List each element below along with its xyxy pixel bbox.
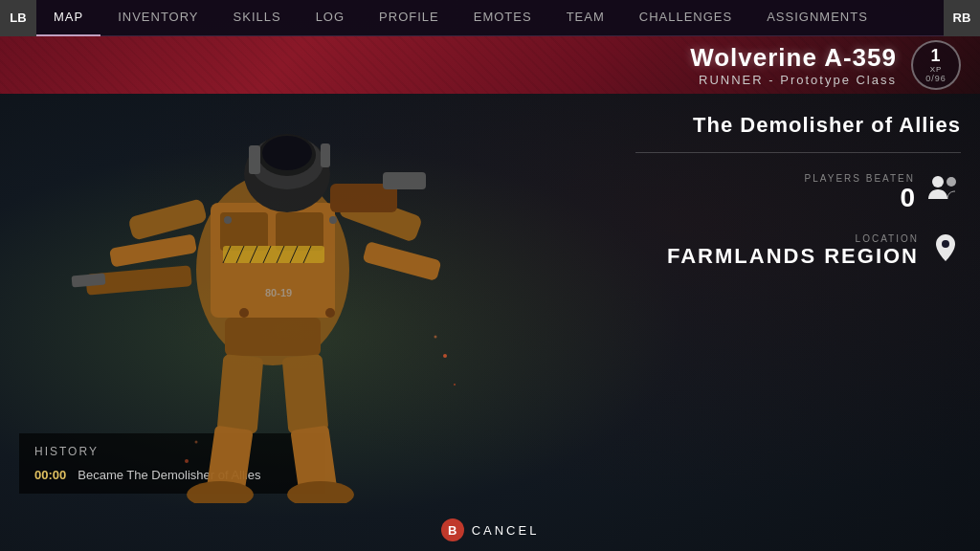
svg-point-36 xyxy=(325,308,335,318)
nav-items: MAP INVENTORY SKILLS LOG PROFILE EMOTES … xyxy=(36,0,944,36)
svg-rect-8 xyxy=(249,145,260,174)
cancel-label: CANCEL xyxy=(472,523,540,538)
main-content: 80-19 The Demolisher of Allies PLAYERS B… xyxy=(0,94,980,551)
mech-name: Wolverine A-359 xyxy=(690,43,897,73)
nav-item-emotes[interactable]: EMOTES xyxy=(457,0,549,36)
nav-item-inventory[interactable]: INVENTORY xyxy=(100,0,215,36)
right-panel: The Demolisher of Allies PLAYERS BEATEN … xyxy=(635,113,961,270)
location-icon xyxy=(930,232,961,270)
svg-point-35 xyxy=(239,308,249,318)
svg-rect-25 xyxy=(223,246,324,263)
mech-artwork: 80-19 xyxy=(43,75,541,503)
svg-rect-3 xyxy=(276,212,323,251)
nav-item-map[interactable]: MAP xyxy=(36,0,100,36)
svg-rect-10 xyxy=(127,198,208,241)
title-section: The Demolisher of Allies xyxy=(635,113,961,153)
xp-label: XP xyxy=(930,65,943,74)
svg-point-44 xyxy=(947,177,956,187)
svg-point-24 xyxy=(287,481,354,503)
svg-rect-17 xyxy=(383,172,426,189)
svg-point-43 xyxy=(932,176,944,187)
players-icon xyxy=(926,172,961,213)
svg-rect-9 xyxy=(321,143,330,167)
nav-bar: LB MAP INVENTORY SKILLS LOG PROFILE EMOT… xyxy=(0,0,980,36)
svg-text:80-19: 80-19 xyxy=(265,287,292,298)
mech-info: Wolverine A-359 RUNNER - Prototype Class… xyxy=(690,40,961,90)
location-row: LOCATION FARMLANDS REGION xyxy=(635,232,961,270)
players-beaten-label: PLAYERS BEATEN xyxy=(805,173,915,184)
svg-point-38 xyxy=(434,336,437,339)
nav-item-log[interactable]: LOG xyxy=(299,0,362,36)
location-block: LOCATION FARMLANDS REGION xyxy=(667,233,919,269)
svg-point-7 xyxy=(262,136,312,170)
cancel-bar: B CANCEL xyxy=(0,509,980,551)
nav-item-skills[interactable]: SKILLS xyxy=(216,0,299,36)
xp-count: 0/96 xyxy=(925,74,947,83)
stats-row: PLAYERS BEATEN 0 xyxy=(635,172,961,213)
location-label: LOCATION xyxy=(667,233,919,244)
nav-item-assignments[interactable]: ASSIGNMENTS xyxy=(749,0,885,36)
players-beaten-block: PLAYERS BEATEN 0 xyxy=(805,173,915,213)
svg-point-33 xyxy=(224,216,232,224)
location-value: FARMLANDS REGION xyxy=(667,244,919,269)
svg-rect-19 xyxy=(217,354,264,433)
lb-button[interactable]: LB xyxy=(0,0,36,36)
b-button-icon[interactable]: B xyxy=(441,518,464,541)
nav-item-profile[interactable]: PROFILE xyxy=(362,0,457,36)
svg-point-37 xyxy=(443,354,447,358)
nav-item-team[interactable]: TEAM xyxy=(549,0,622,36)
svg-point-39 xyxy=(454,384,456,386)
rb-button[interactable]: RB xyxy=(944,0,980,36)
mech-visual: 80-19 xyxy=(0,75,603,503)
xp-badge: 1 XP 0/96 xyxy=(911,40,961,90)
mech-class: RUNNER - Prototype Class xyxy=(690,73,897,87)
mech-name-block: Wolverine A-359 RUNNER - Prototype Class xyxy=(690,43,897,87)
nav-item-challenges[interactable]: CHALLENGES xyxy=(622,0,749,36)
svg-rect-18 xyxy=(225,318,321,356)
svg-rect-11 xyxy=(109,233,197,267)
players-beaten-value: 0 xyxy=(805,184,915,213)
main-title: The Demolisher of Allies xyxy=(635,113,961,138)
svg-rect-22 xyxy=(282,354,329,433)
xp-level: 1 xyxy=(930,47,941,66)
svg-rect-15 xyxy=(363,241,442,281)
svg-point-40 xyxy=(185,459,189,463)
svg-point-41 xyxy=(195,441,198,444)
svg-point-45 xyxy=(942,240,949,248)
svg-point-34 xyxy=(329,216,337,224)
